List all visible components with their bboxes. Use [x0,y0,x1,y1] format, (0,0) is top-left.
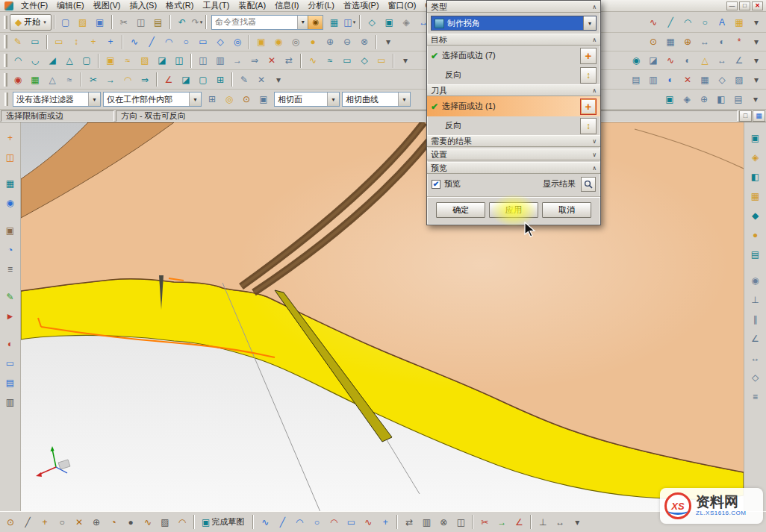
toolbar-grip[interactable] [4,16,7,29]
mirror-curve-icon[interactable]: ◫ [452,514,469,531]
roles-icon[interactable]: ◐ [1,335,19,353]
menu-item[interactable]: 窗口(O) [384,0,421,12]
wireframe-view-icon[interactable]: ◈ [398,14,414,31]
circle-sketch-icon[interactable]: ○ [308,514,325,531]
make-corner-bottom-icon[interactable]: ∠ [511,514,527,531]
line-icon[interactable]: ╱ [662,14,679,31]
polygon-icon[interactable]: ◇ [212,34,228,50]
edge-blend-icon[interactable]: ◠ [10,52,26,69]
shell-icon[interactable]: ▢ [78,52,95,69]
more-icon[interactable]: ▾ [397,52,414,69]
bounded-plane-icon[interactable]: ▭ [373,52,390,69]
result-section-header[interactable]: 需要的结果 ∨ [427,135,600,147]
face-analysis-icon[interactable]: ◉ [628,52,644,69]
more-icon[interactable]: ▾ [270,72,287,88]
snap-control-point-icon[interactable]: ○ [54,514,70,531]
pattern-curve-icon[interactable]: ▥ [418,514,435,531]
extend-surface-icon[interactable]: → [102,72,119,88]
grid-toggle-icon[interactable]: ▦ [753,110,765,122]
navigator-icon[interactable]: + [1,129,19,147]
show-result-button[interactable] [581,177,596,192]
sheet-tool-icon[interactable]: ▤ [747,245,765,263]
chevron-down-icon[interactable]: ▾ [297,16,308,29]
cut-icon[interactable]: ✂ [116,14,132,31]
profile-sketch-icon[interactable]: ∿ [257,514,273,531]
trim-sheet-icon[interactable]: ◪ [178,72,194,88]
toolbar-grip[interactable] [4,54,7,67]
arc-sketch-icon[interactable]: ◠ [291,514,308,531]
curvature-icon[interactable]: ∿ [662,52,679,69]
work-csys[interactable] [36,446,70,477]
toolbar-grip[interactable] [4,35,7,48]
snap-quadrant-icon[interactable]: ◔ [105,514,122,531]
point-sketch-icon[interactable]: + [377,514,393,531]
start-button[interactable]: ◆ 开始 ▾ [10,14,52,31]
shaded-view-icon[interactable]: ▣ [381,14,397,31]
split-body-icon[interactable]: ◫ [171,52,187,69]
more-icon[interactable]: ▾ [748,52,765,69]
viewport-3d[interactable] [21,122,744,511]
angle-tool-icon[interactable]: ∠ [747,330,765,348]
process-studio-icon[interactable]: ✎ [1,288,19,306]
list-tool-icon[interactable]: ≡ [747,388,765,406]
reuse-library-icon[interactable]: ▣ [1,222,19,240]
menu-item[interactable]: 格式(R) [161,0,198,12]
draft-icon[interactable]: △ [61,52,78,69]
shaded-cube-icon[interactable]: ▣ [661,91,678,107]
more-curves-icon[interactable]: ▾ [380,34,396,50]
selection-scope-combo[interactable]: 仅在工作部件内部 ▾ [103,92,202,107]
swept-icon[interactable]: ∿ [305,52,321,69]
tool-select-row[interactable]: ✔ 选择面或边 (1) + [427,96,600,116]
analysis-tool-icon[interactable]: ◉ [747,272,765,290]
wcs-icon[interactable]: ⊕ [679,34,696,50]
manufacturing-wizard-icon[interactable]: ► [1,307,19,325]
distance-tool-icon[interactable]: ↔ [747,349,765,367]
finish-sketch-button[interactable]: ▣完成草图 [198,514,249,531]
quick-trim-icon[interactable]: ✂ [476,514,493,531]
pattern-tool-icon[interactable]: ▦ [747,187,765,205]
unite-icon[interactable]: ⊕ [322,34,338,50]
ruled-icon[interactable]: ▭ [339,52,355,69]
snap-on-curve-icon[interactable]: ∿ [140,514,156,531]
part-navigator-icon[interactable]: ◉ [1,194,19,212]
save-icon[interactable]: ▣ [92,14,108,31]
n-sided-icon[interactable]: ◇ [356,52,373,69]
toolbar-grip[interactable] [4,93,8,106]
restore-button[interactable]: □ [739,1,750,10]
snap-existing-point-icon[interactable]: ● [122,514,139,531]
type-dropdown[interactable]: 制作拐角 ▾ [431,16,597,31]
layer-settings-icon[interactable]: ▤ [628,72,644,88]
apply-button[interactable]: 应用 [489,202,538,218]
menu-item[interactable]: 工具(T) [198,0,234,12]
studio-spline-icon[interactable]: ∿ [645,14,661,31]
menu-item[interactable]: 信息(I) [270,0,303,12]
show-hide-icon[interactable]: ◐ [662,72,679,88]
datum-axis-icon[interactable]: ↕ [68,34,84,50]
measure-icon[interactable]: ↔ [697,34,713,50]
rectangle-icon[interactable]: ▭ [195,34,211,50]
highlight-icon[interactable]: ◎ [221,91,237,107]
more-icon[interactable]: ▾ [747,91,764,107]
selection-filter-combo[interactable]: 没有选择过滤器 ▾ [13,92,101,107]
arc-curve-icon[interactable]: ◠ [161,34,177,50]
pattern-icon[interactable]: ▦ [731,14,747,31]
hole-tool-icon[interactable]: ◧ [747,168,765,186]
target-select-button[interactable]: + [580,48,597,64]
face-blend-icon[interactable]: ◡ [27,52,43,69]
replace-face-icon[interactable]: ⇄ [281,52,297,69]
ok-button[interactable]: 确定 [436,202,485,218]
snap-settings-icon[interactable]: ⊙ [645,34,661,50]
datum-plane-icon[interactable]: ▭ [51,34,67,50]
render-style-icon[interactable]: ◐ [714,34,730,50]
hole-icon[interactable]: ◎ [287,34,304,50]
menu-item[interactable]: 插入(S) [125,0,161,12]
datum-plane-tool-icon[interactable]: ▣ [747,129,765,147]
target-reverse-button[interactable]: ↕ [580,67,597,84]
top-selection-icon[interactable]: ▣ [255,91,272,107]
preview-checkbox[interactable]: ✔ [432,180,440,189]
sphere-tool-icon[interactable]: ● [747,226,765,244]
make-corner-icon[interactable]: ∠ [161,72,177,88]
menu-item[interactable]: 编辑(E) [52,0,89,12]
line-sketch-icon[interactable]: ╱ [274,514,290,531]
constraint-parallel-icon[interactable]: ∥ [747,310,765,328]
